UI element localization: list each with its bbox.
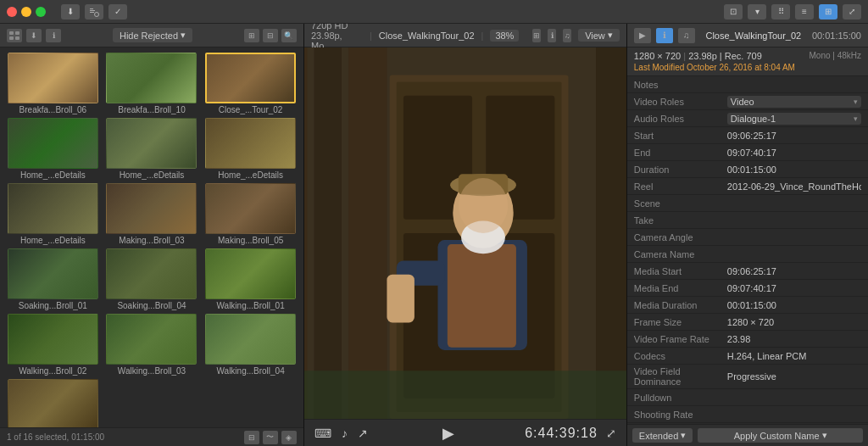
inspector-icon[interactable]: ⊞: [819, 4, 837, 20]
fullscreen-icon[interactable]: ⤢: [843, 4, 861, 20]
field-label: Take: [634, 215, 727, 226]
view-button[interactable]: View ▾: [578, 29, 620, 42]
metadata-icon[interactable]: ℹ: [46, 29, 61, 42]
inspector-clip-name: Close_WalkingTour_02: [702, 31, 805, 41]
hide-rejected-arrow: ▾: [181, 30, 186, 41]
field-row: Camera Angle: [627, 229, 868, 246]
field-label: Notes: [634, 80, 727, 90]
angle-icon[interactable]: ◈: [281, 431, 297, 444]
field-value: 1280 × 720: [727, 317, 861, 327]
field-label: Start: [634, 131, 727, 141]
batch-icon[interactable]: ⊞: [244, 29, 259, 42]
field-value: 09:06:25:17: [727, 266, 861, 276]
clip-item-walking04[interactable]: Walking...Broll_04: [203, 314, 298, 376]
clip-item-walking08[interactable]: Walking...Broll_08: [5, 379, 101, 427]
skim-audio-button[interactable]: ♪: [338, 425, 351, 442]
field-row: End09:07:40:17: [627, 144, 868, 161]
clip-thumb-homedetails2: [106, 118, 197, 169]
mark-in-button[interactable]: ⌨: [311, 425, 335, 442]
inspector-info-icon[interactable]: ℹ: [656, 28, 673, 43]
field-input-camera-name[interactable]: [727, 249, 861, 259]
clip-item-breakfast10[interactable]: Breakfa...Broll_10: [104, 53, 200, 114]
clip-thumb-making03: [106, 183, 197, 234]
controls-right: ⤢: [603, 425, 620, 442]
grid-icon[interactable]: ⠿: [771, 4, 790, 20]
viewer-settings-icon[interactable]: ⊞: [532, 29, 541, 42]
field-dropdown-audio-roles[interactable]: Dialogue-1▾: [727, 113, 861, 125]
list-icon[interactable]: ≡: [795, 4, 814, 20]
field-input-camera-angle[interactable]: [727, 232, 861, 243]
clip-item-homedetails4[interactable]: Home_...eDetails: [5, 183, 101, 245]
layout-toggle[interactable]: ▾: [748, 4, 766, 20]
clip-item-soaking04[interactable]: Soaking...Broll_04: [104, 248, 200, 310]
browser-toolbar-center: Hide Rejected ▾: [66, 28, 239, 42]
inspector-mode-icons: ▶ ℹ ♫: [634, 28, 695, 43]
inspector-info-bar: 1280 × 720 | 23.98p | Rec. 709 Mono | 48…: [627, 47, 868, 76]
extended-button[interactable]: Extended ▾: [632, 428, 693, 443]
filmstrip-icon[interactable]: ⊟: [244, 431, 259, 444]
selection-info: 1 of 16 selected, 01:15:00: [7, 432, 104, 442]
field-row: Frame Size1280 × 720: [627, 314, 868, 331]
library-icon[interactable]: [7, 29, 22, 42]
clip-label-breakfast06: Breakfa...Broll_06: [8, 105, 98, 114]
clip-grid: Breakfa...Broll_06Breakfa...Broll_10Clos…: [0, 47, 303, 427]
close-button[interactable]: [7, 7, 17, 17]
field-row: Notes: [627, 76, 868, 93]
field-value: 00:01:15:00: [727, 164, 861, 175]
maximize-button[interactable]: [36, 7, 46, 17]
clip-item-walking03[interactable]: Walking...Broll_03: [104, 314, 200, 376]
apply-custom-name-label: Apply Custom Name: [734, 431, 820, 441]
clip-item-making03[interactable]: Making...Broll_03: [104, 183, 200, 245]
clip-label-breakfast10: Breakfa...Broll_10: [106, 105, 197, 114]
inspector-header: ▶ ℹ ♫ Close_WalkingTour_02 00:01:15:00: [627, 24, 868, 47]
field-input-notes[interactable]: [727, 80, 861, 90]
viewer-info-icon[interactable]: ℹ: [548, 29, 556, 42]
clip-display-icon[interactable]: ⊟: [263, 29, 278, 42]
keyword-icon[interactable]: [85, 4, 103, 20]
field-input-scene[interactable]: [727, 198, 861, 209]
import-icon[interactable]: ⬇: [26, 29, 42, 42]
clip-item-homedetails3[interactable]: Home_...eDetails: [203, 118, 298, 180]
svg-rect-7: [15, 36, 19, 40]
field-input-reel[interactable]: [727, 181, 861, 192]
expand-viewer-button[interactable]: ⤢: [603, 425, 620, 442]
inspector-video-icon[interactable]: ▶: [634, 28, 651, 43]
view-label: View: [585, 31, 605, 41]
field-label: Scene: [634, 198, 727, 209]
share-button[interactable]: ↗: [354, 425, 371, 442]
clip-item-close02[interactable]: Close_...Tour_02: [203, 53, 298, 114]
clip-item-breakfast06[interactable]: Breakfa...Broll_06: [5, 53, 101, 114]
browser-tool-icons: ⬇ ℹ: [7, 29, 61, 42]
inspector-audio-icon[interactable]: ♫: [678, 28, 695, 43]
clip-item-soaking01[interactable]: Soaking...Broll_01: [5, 248, 101, 310]
clip-item-making05[interactable]: Making...Broll_05: [203, 183, 298, 245]
hide-rejected-button[interactable]: Hide Rejected ▾: [113, 28, 192, 42]
waveform-icon[interactable]: 〜: [263, 431, 278, 444]
field-input-take[interactable]: [727, 215, 861, 226]
svg-rect-5: [9, 36, 14, 40]
field-value: 09:07:40:17: [727, 148, 861, 158]
clip-label-homedetails1: Home_...eDetails: [8, 170, 98, 180]
clip-item-walking02[interactable]: Walking...Broll_02: [5, 314, 101, 376]
monitor-icon[interactable]: ⊡: [724, 4, 743, 20]
minimize-button[interactable]: [21, 7, 31, 17]
clip-item-homedetails2[interactable]: Home_...eDetails: [104, 118, 200, 180]
clip-label-homedetails4: Home_...eDetails: [8, 236, 98, 245]
field-label: Codecs: [634, 351, 727, 361]
viewer-zoom[interactable]: 38%: [490, 30, 519, 42]
svg-rect-2: [90, 12, 94, 13]
search-icon[interactable]: 🔍: [281, 29, 297, 42]
info-bar-top: 1280 × 720 | 23.98p | Rec. 709 Mono | 48…: [634, 51, 861, 61]
field-row: Camera Name: [627, 246, 868, 263]
clip-thumb-close02: [205, 53, 296, 103]
browser-panel: ⬇ ℹ Hide Rejected ▾ ⊞ ⊟ 🔍 Breakfa...Brol…: [0, 24, 304, 446]
viewer-audio-icon[interactable]: ♫: [563, 29, 571, 42]
apply-custom-name-button[interactable]: Apply Custom Name ▾: [698, 428, 863, 443]
play-button[interactable]: ▶: [439, 422, 458, 444]
clip-item-homedetails1[interactable]: Home_...eDetails: [5, 118, 101, 180]
clip-item-walking01[interactable]: Walking...Broll_01: [203, 248, 298, 310]
media-import-icon[interactable]: ⬇: [61, 4, 80, 20]
field-dropdown-video-roles[interactable]: Video▾: [727, 96, 861, 108]
clip-thumb-breakfast06: [8, 53, 98, 103]
check-icon[interactable]: ✓: [108, 4, 127, 20]
